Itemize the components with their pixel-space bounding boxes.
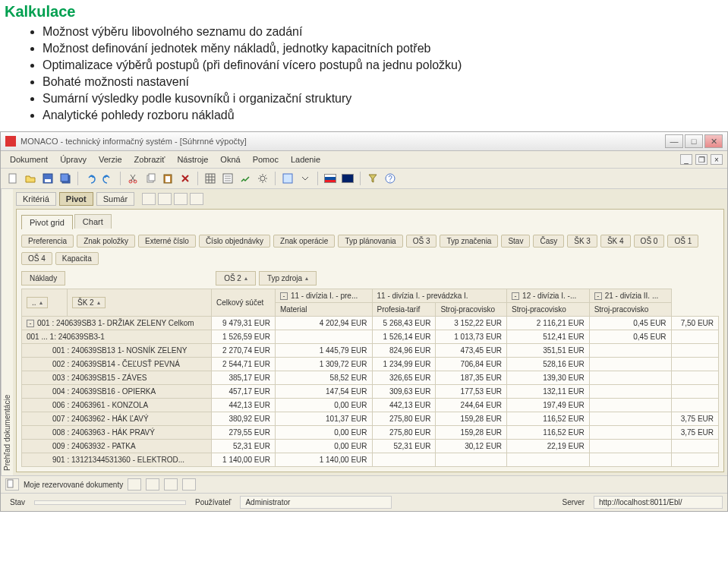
menu-dokument[interactable]: Dokument (5, 153, 52, 166)
table-row[interactable]: 002 : 240639SB14 - ČEĽUSŤ PEVNÁ2 544,71 … (22, 358, 719, 371)
status-btn-3[interactable] (164, 478, 178, 491)
close-button[interactable]: ✕ (704, 134, 723, 148)
col-d11pre[interactable]: -11 - divízia I. - pre... (275, 289, 372, 303)
mdi-close-button[interactable]: × (711, 154, 723, 165)
axis-os2[interactable]: OŠ 2▴ (216, 271, 256, 286)
table-row[interactable]: 008 : 24063963 - HÁK PRAVÝ279,55 EUR0,00… (22, 426, 719, 440)
table-row[interactable]: 001 ... 1: 240639SB3-11 526,59 EUR1 526,… (22, 330, 719, 344)
col-d11prev[interactable]: 11 - divízia I. - prevádzka I. (372, 289, 507, 303)
mini-btn-2[interactable] (158, 193, 172, 205)
cut-button[interactable] (125, 171, 140, 186)
status-btn-1[interactable] (128, 478, 141, 491)
save-all-button[interactable] (58, 171, 73, 186)
filter-tag[interactable]: Stav (501, 235, 530, 248)
table-row[interactable]: 006 : 24063961 - KONZOLA442,13 EUR0,00 E… (22, 399, 719, 412)
side-tab[interactable]: Prehľad dokumentácie (1, 189, 13, 475)
open-button[interactable] (23, 171, 38, 186)
reserved-docs-label[interactable]: Moje rezervované dokumenty (24, 481, 123, 489)
mdi-restore-button[interactable]: ❐ (695, 154, 708, 165)
detail-button[interactable] (280, 171, 295, 186)
properties-button[interactable] (220, 171, 235, 186)
filter-tag[interactable]: OŠ 0 (634, 235, 665, 248)
redo-button[interactable] (100, 171, 115, 186)
grid-button[interactable] (203, 171, 218, 186)
mdi-minimize-button[interactable]: _ (680, 154, 692, 165)
status-user-value: Administrator (240, 496, 392, 509)
table-row[interactable]: 001 : 240639SB13 1- NOSNÍK ZELENY2 270,7… (22, 344, 719, 358)
menu-okna[interactable]: Okná (216, 153, 244, 166)
filter-tag[interactable]: Externé číslo (138, 235, 196, 248)
maximize-button[interactable]: □ (685, 134, 703, 148)
axis-sk2[interactable]: ŠK 2▴ (72, 297, 106, 308)
flag-sk-button[interactable] (323, 171, 338, 186)
gear-button[interactable] (255, 171, 270, 186)
filter-tag[interactable]: Znak operácie (273, 235, 335, 248)
menu-upravy[interactable]: Úpravy (55, 153, 91, 166)
filter-tag[interactable]: ŠK 4 (600, 235, 631, 248)
col-material[interactable]: Material (275, 303, 372, 317)
col-stroj-3[interactable]: Stroj-pracovisko (589, 303, 671, 317)
table-row[interactable]: 009 : 24063932 - PATKA52,31 EUR0,00 EUR5… (22, 440, 719, 453)
separator-icon (317, 172, 318, 185)
col-stroj-1[interactable]: Stroj-pracovisko (436, 303, 507, 317)
col-stroj-2[interactable]: Stroj-pracovisko (507, 303, 590, 317)
menu-nastroje[interactable]: Nástroje (172, 153, 213, 166)
save-button[interactable] (40, 171, 55, 186)
tab-kriteria[interactable]: Kritériá (16, 192, 56, 206)
status-btn-2[interactable] (146, 478, 159, 491)
mini-btn-3[interactable] (174, 193, 188, 205)
collapse-icon[interactable]: - (594, 292, 602, 300)
filter-tag[interactable]: OŠ 1 (667, 235, 698, 248)
subtab-chart[interactable]: Chart (74, 214, 112, 229)
filter-tag[interactable]: Znak položky (77, 235, 135, 248)
table-row[interactable]: 901 : 13121344531360 - ELEKTROD...1 140,… (22, 453, 719, 467)
col-profesia[interactable]: Profesia-tarif (372, 303, 436, 317)
filter-button[interactable] (365, 171, 380, 186)
menu-verzie[interactable]: Verzie (94, 153, 127, 166)
collapse-icon[interactable]: - (512, 292, 519, 300)
filter-tag[interactable]: Preferencia (21, 235, 74, 248)
table-row[interactable]: 007 : 24063962 - HÁK ĽAVÝ380,92 EUR101,3… (22, 412, 719, 426)
filter-tag[interactable]: Časy (533, 235, 564, 248)
filter-tag[interactable]: Typ plánovania (338, 235, 402, 248)
collapse-icon[interactable]: - (280, 292, 288, 300)
col-total[interactable]: Celkový súčet (212, 289, 276, 317)
paste-button[interactable] (160, 171, 175, 186)
tab-sumar[interactable]: Sumár (96, 192, 134, 206)
mini-btn-1[interactable] (142, 193, 156, 205)
menu-ladenie[interactable]: Ladenie (286, 153, 325, 166)
filter-tag[interactable]: OŠ 4 (21, 252, 52, 265)
table-row[interactable]: 004 : 240639SB16 - OPIERKA457,17 EUR147,… (22, 385, 719, 399)
delete-button[interactable] (178, 171, 193, 186)
separator-icon (197, 172, 198, 185)
collapse-icon[interactable]: - (27, 320, 34, 327)
axis-dot[interactable]: .. ▴ (27, 297, 48, 308)
svg-rect-0 (9, 174, 16, 183)
subtab-pivot-grid[interactable]: Pivot grid (21, 215, 73, 229)
menu-zobrazit[interactable]: Zobraziť (130, 153, 170, 166)
menu-pomoc[interactable]: Pomoc (248, 153, 283, 166)
filter-tag[interactable]: ŠK 3 (567, 235, 597, 248)
new-doc-button[interactable] (5, 171, 20, 186)
filter-tag[interactable]: Typ značenia (440, 235, 498, 248)
axis-naklady[interactable]: Náklady (21, 271, 65, 286)
filter-tag[interactable]: Kapacita (55, 252, 99, 265)
table-row[interactable]: -001 : 240639SB3 1- DRŽIAK ZELENY Celkom… (22, 317, 719, 330)
preferences-button[interactable] (238, 171, 253, 186)
axis-typ-zdroja[interactable]: Typ zdroja▴ (259, 271, 317, 286)
mini-btn-4[interactable] (190, 193, 203, 205)
undo-button[interactable] (83, 171, 98, 186)
filter-tag[interactable]: OŠ 3 (406, 235, 437, 248)
minimize-button[interactable]: — (665, 134, 683, 148)
dropdown-button[interactable] (298, 171, 313, 186)
filter-tag[interactable]: Číslo objednávky (199, 235, 270, 248)
tab-pivot[interactable]: Pivot (59, 192, 93, 206)
doc-icon-button[interactable] (5, 478, 19, 491)
col-d12[interactable]: -12 - divízia I. -... (507, 289, 590, 303)
table-row[interactable]: 003 : 240639SB15 - ZÁVES385,17 EUR58,52 … (22, 371, 719, 385)
flag-en-button[interactable] (340, 171, 355, 186)
help-button[interactable]: ? (383, 171, 398, 186)
col-d21[interactable]: -21 - divízia II. ... (589, 289, 671, 303)
copy-button[interactable] (143, 171, 158, 186)
status-btn-4[interactable] (182, 478, 196, 491)
